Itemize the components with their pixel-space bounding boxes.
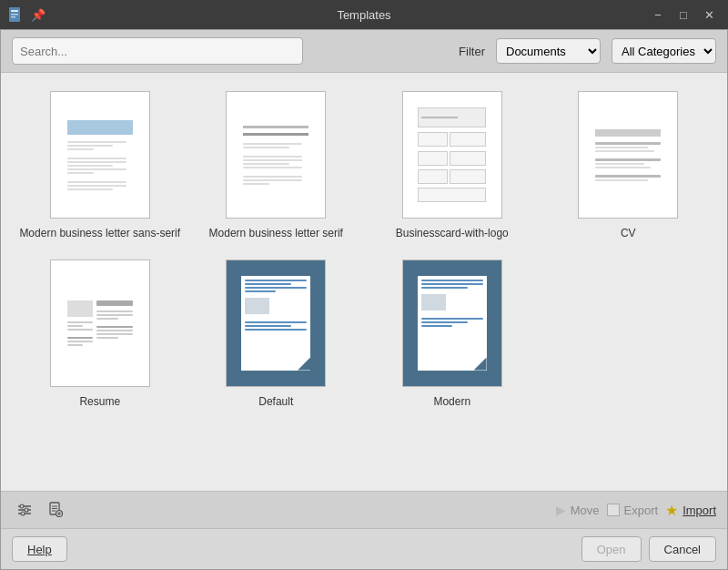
- category-dropdown[interactable]: All Categories Business Personal: [612, 38, 716, 64]
- app-icon: [7, 5, 25, 24]
- bottombar: ▶ Move Export ★ Import: [1, 491, 727, 528]
- filter-label: Filter: [459, 45, 485, 58]
- template-thumb-default: [226, 260, 326, 387]
- template-item-default[interactable]: Default: [196, 260, 358, 410]
- settings-button[interactable]: [12, 499, 37, 521]
- titlebar-left: 📌: [7, 5, 46, 24]
- template-item-businesscard[interactable]: Businesscard-with-logo: [371, 91, 533, 241]
- svg-rect-3: [11, 16, 15, 18]
- import-label[interactable]: Import: [682, 504, 716, 517]
- titlebar: 📌 Templates − □ ✕: [0, 0, 728, 29]
- star-icon: ★: [665, 502, 678, 519]
- footer-right-buttons: Open Cancel: [581, 536, 716, 562]
- template-item-modern-business-serif[interactable]: Modern business letter serif: [196, 91, 358, 241]
- template-label-resume: Resume: [79, 394, 120, 410]
- bottom-right-actions: ▶ Move Export ★ Import: [556, 502, 716, 519]
- template-content: Modern business letter sans-serif: [1, 73, 727, 491]
- svg-point-9: [21, 512, 25, 515]
- template-item-modern-business-sans[interactable]: Modern business letter sans-serif: [19, 91, 181, 241]
- template-label-modern-business-sans: Modern business letter sans-serif: [19, 226, 180, 241]
- template-thumb-resume: [50, 260, 150, 387]
- minimize-button[interactable]: −: [646, 5, 670, 25]
- titlebar-pin-icon: 📌: [31, 8, 46, 22]
- template-thumb-modern-business-sans: [50, 91, 150, 219]
- template-label-cv: CV: [621, 226, 636, 241]
- template-item-modern[interactable]: Modern: [371, 260, 533, 410]
- open-button[interactable]: Open: [581, 536, 642, 562]
- move-action: ▶ Move: [556, 503, 600, 517]
- toolbar: Filter Documents Spreadsheets Presentati…: [1, 30, 727, 73]
- svg-point-7: [20, 504, 24, 508]
- close-button[interactable]: ✕: [697, 5, 721, 25]
- template-label-default: Default: [258, 394, 293, 410]
- template-item-cv[interactable]: CV: [548, 91, 710, 241]
- document-icon: [47, 502, 64, 518]
- import-action[interactable]: ★ Import: [665, 502, 716, 519]
- filter-dropdown[interactable]: Documents Spreadsheets Presentations: [496, 38, 601, 64]
- search-input[interactable]: [12, 37, 303, 65]
- export-action: Export: [607, 504, 659, 517]
- export-checkbox-icon: [607, 504, 620, 516]
- titlebar-controls: − □ ✕: [646, 5, 721, 25]
- help-button[interactable]: Help: [12, 536, 67, 562]
- new-from-template-button[interactable]: [43, 499, 68, 521]
- template-label-modern: Modern: [433, 394, 470, 410]
- sliders-icon: [16, 502, 33, 518]
- bottom-action-group: [12, 499, 68, 521]
- chevron-right-icon: ▶: [556, 503, 566, 517]
- template-label-modern-business-serif: Modern business letter serif: [209, 226, 343, 241]
- footerbar: Help Open Cancel: [1, 528, 727, 569]
- move-label: Move: [571, 504, 600, 517]
- cancel-button[interactable]: Cancel: [649, 536, 716, 562]
- template-thumb-businesscard: [402, 91, 502, 219]
- titlebar-title: Templates: [337, 8, 390, 22]
- svg-rect-1: [11, 10, 18, 12]
- template-thumb-modern: [402, 260, 502, 387]
- svg-rect-2: [11, 14, 18, 15]
- template-thumb-modern-business-serif: [226, 91, 326, 219]
- export-label: Export: [624, 504, 659, 517]
- dialog: Filter Documents Spreadsheets Presentati…: [0, 29, 728, 570]
- template-item-resume[interactable]: Resume: [19, 260, 181, 410]
- template-label-businesscard: Businesscard-with-logo: [396, 226, 509, 241]
- template-grid: Modern business letter sans-serif: [19, 91, 709, 410]
- maximize-button[interactable]: □: [672, 5, 695, 25]
- svg-point-8: [25, 508, 28, 512]
- template-thumb-cv: [578, 91, 678, 219]
